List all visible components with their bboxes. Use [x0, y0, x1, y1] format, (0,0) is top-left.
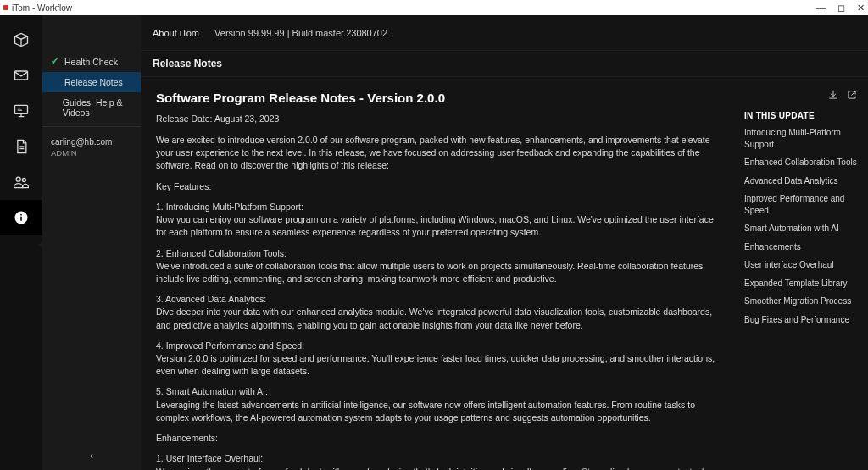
toc-link[interactable]: Smart Automation with AI	[744, 223, 858, 235]
icon-rail	[0, 15, 42, 470]
app-icon	[3, 5, 8, 10]
svg-rect-1	[15, 105, 28, 113]
rail-home[interactable]	[0, 22, 42, 58]
feature-item: 4. Improved Performance and Speed: Versi…	[156, 340, 726, 379]
account-role: ADMIN	[51, 148, 132, 158]
article-title: Software Program Release Notes - Version…	[156, 89, 726, 108]
svg-point-3	[22, 179, 25, 182]
page-title: Release Notes	[141, 51, 868, 77]
feature-item: 1. Introducing Multi-Platform Support: N…	[156, 201, 726, 240]
sidebar-item-label: Guides, Help & Videos	[63, 97, 132, 118]
toc-link[interactable]: Advanced Data Analytics	[744, 175, 858, 187]
rail-monitor[interactable]	[0, 93, 42, 129]
divider	[42, 126, 141, 127]
version-text: Version 99.99.99 | Build master.23080702	[214, 28, 387, 38]
content-scroll[interactable]: Software Program Release Notes - Version…	[141, 77, 868, 470]
update-heading: IN THIS UPDATE	[744, 111, 858, 120]
sidebar: ✔ Health Check Release Notes Guides, Hel…	[42, 15, 141, 470]
topbar: About iTom Version 99.99.99 | Build mast…	[141, 15, 868, 51]
svg-rect-5	[20, 217, 22, 221]
minimize-button[interactable]: —	[816, 3, 826, 14]
key-features-heading: Key Features:	[156, 180, 726, 193]
update-panel: IN THIS UPDATE Introducing Multi-Platfor…	[741, 77, 868, 470]
rail-users[interactable]	[0, 164, 42, 200]
collapse-sidebar-button[interactable]: ‹	[90, 450, 93, 462]
sidebar-item-label: Release Notes	[64, 77, 123, 87]
svg-rect-0	[15, 71, 28, 80]
rail-document[interactable]	[0, 129, 42, 164]
main: About iTom Version 99.99.99 | Build mast…	[141, 15, 868, 470]
maximize-button[interactable]: ◻	[837, 3, 845, 14]
window-title: iTom - Workflow	[12, 3, 72, 13]
account-email: carling@hb.com	[51, 137, 132, 147]
release-date: Release Date: August 23, 2023	[156, 113, 726, 125]
enhancements-heading: Enhancements:	[156, 432, 726, 445]
enhancement-item: 1. User Interface Overhaul: We've given …	[156, 452, 726, 470]
about-link[interactable]: About iTom	[153, 28, 199, 38]
feature-item: 5. Smart Automation with AI: Leveraging …	[156, 385, 726, 424]
account-block[interactable]: carling@hb.com ADMIN	[42, 130, 141, 164]
toc-link[interactable]: Smoother Migration Process	[744, 296, 858, 307]
sidebar-item-health-check[interactable]: ✔ Health Check	[42, 51, 141, 72]
open-external-icon[interactable]	[846, 89, 858, 102]
rail-info[interactable]	[0, 200, 42, 235]
svg-point-2	[16, 177, 20, 181]
feature-item: 3. Advanced Data Analytics: Dive deeper …	[156, 293, 726, 332]
toc: Introducing Multi-Platform Support Enhan…	[744, 127, 858, 325]
toc-link[interactable]: Introducing Multi-Platform Support	[744, 127, 858, 150]
download-icon[interactable]	[827, 89, 839, 102]
window-controls: — ◻ ✕	[816, 3, 865, 14]
feature-item: 2. Enhanced Collaboration Tools: We've i…	[156, 247, 726, 286]
toc-link[interactable]: Inproved Performance and Speed	[744, 193, 858, 216]
close-button[interactable]: ✕	[857, 3, 865, 14]
rail-mail[interactable]	[0, 58, 42, 93]
toc-link[interactable]: Enhancements	[744, 241, 858, 253]
sidebar-item-guides[interactable]: Guides, Help & Videos	[42, 92, 141, 123]
svg-rect-6	[20, 214, 22, 216]
toc-link[interactable]: Expanded Template Library	[744, 278, 858, 290]
window-titlebar: iTom - Workflow — ◻ ✕	[0, 0, 868, 15]
toc-link[interactable]: User interface Overhaul	[744, 259, 858, 271]
toc-link[interactable]: Enhanced Collaboration Tools	[744, 157, 858, 169]
article: Software Program Release Notes - Version…	[141, 77, 741, 470]
check-icon: ✔	[51, 56, 59, 67]
sidebar-item-release-notes[interactable]: Release Notes	[42, 72, 141, 92]
intro-text: We are excited to introduce version 2.0.…	[156, 134, 726, 173]
sidebar-item-label: Health Check	[64, 57, 118, 67]
toc-link[interactable]: Bug Fixes and Performance	[744, 314, 858, 326]
